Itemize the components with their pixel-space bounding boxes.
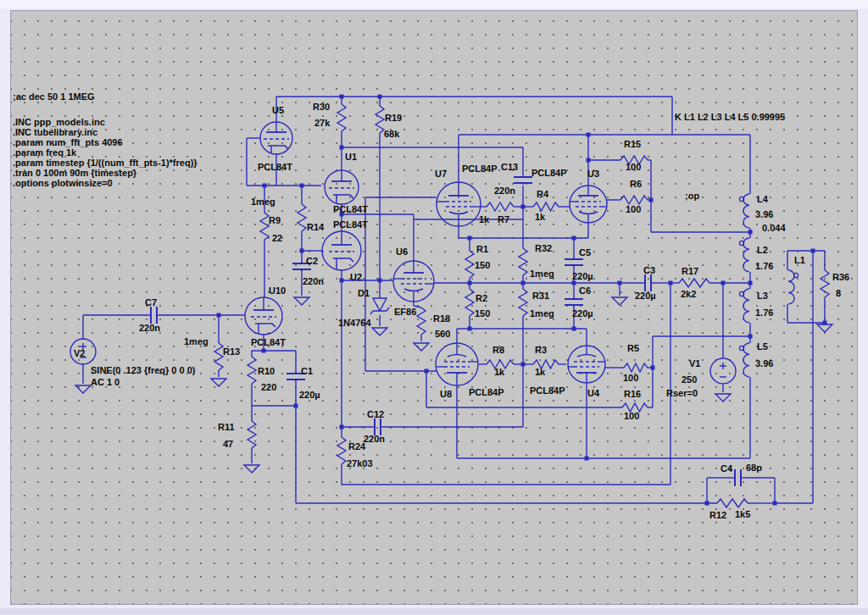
label-lines-4[interactable]: .param timestep {1/((num_fft_pts-1)*freq… bbox=[13, 158, 198, 168]
ground-icon[interactable] bbox=[75, 385, 91, 393]
label-R5-ref[interactable]: R5 bbox=[627, 343, 639, 353]
label-U1-ref[interactable]: U1 bbox=[345, 152, 357, 162]
resistor-R36[interactable] bbox=[821, 270, 829, 297]
label-L1-value[interactable]: 0.044 bbox=[762, 223, 786, 233]
tube-U7[interactable] bbox=[437, 182, 481, 226]
label-C1-value[interactable]: 220µ bbox=[299, 390, 320, 400]
resistor-R17[interactable] bbox=[679, 279, 709, 287]
label-lines-1[interactable]: .INC tubelibrary.inc bbox=[13, 127, 97, 137]
label-R7-value[interactable]: 1k bbox=[479, 214, 490, 224]
label-C7-ref[interactable]: C7 bbox=[145, 297, 157, 308]
label-R13-value[interactable]: 1meg bbox=[184, 336, 209, 346]
inductor-L5[interactable] bbox=[739, 343, 749, 377]
label-C6-value[interactable]: 220µ bbox=[572, 308, 593, 319]
label-R32-ref[interactable]: R32 bbox=[535, 243, 552, 253]
label-R16-value[interactable]: 100 bbox=[624, 411, 639, 421]
tube-U6[interactable] bbox=[393, 261, 434, 302]
label-lines-3[interactable]: .param freq 1k bbox=[13, 147, 77, 158]
label-C1-ref[interactable]: C1 bbox=[301, 366, 313, 376]
label-R31-value[interactable]: 1meg bbox=[530, 308, 554, 319]
label-L2-value[interactable]: 1.76 bbox=[755, 261, 773, 271]
resistor-R13[interactable] bbox=[214, 343, 223, 370]
label-R18-ref[interactable]: R18 bbox=[433, 313, 450, 324]
label-R5-value[interactable]: 100 bbox=[623, 373, 638, 383]
resistor-R9[interactable] bbox=[260, 213, 269, 240]
label-C7-value[interactable]: 220n bbox=[139, 323, 160, 333]
label-C12-ref[interactable]: C12 bbox=[367, 409, 384, 419]
label-R11-value[interactable]: 47 bbox=[223, 439, 233, 449]
inductor-L1[interactable] bbox=[788, 270, 798, 304]
capacitor-C6[interactable] bbox=[565, 297, 583, 307]
label-C2-value[interactable]: 220n bbox=[303, 276, 324, 286]
label-C6-ref[interactable]: C6 bbox=[579, 285, 591, 296]
label-U7-type[interactable]: PCL84P bbox=[462, 163, 498, 174]
ground-icon[interactable] bbox=[372, 328, 387, 335]
label-R19-value[interactable]: 68k bbox=[384, 129, 400, 139]
inductor-L2[interactable] bbox=[739, 238, 749, 272]
voltage-source-V1[interactable] bbox=[710, 358, 736, 384]
tube-U5[interactable] bbox=[260, 122, 292, 154]
label-L4-ref[interactable]: L4 bbox=[757, 194, 769, 204]
label-R14-ref[interactable]: R14 bbox=[307, 222, 325, 232]
schematic-canvas[interactable]: ;ac dec 50 1 1MEG.INC ppp_models.inc.INC… bbox=[10, 10, 858, 605]
label-directives-coupling[interactable]: K L1 L2 L3 L4 L5 0.99995 bbox=[675, 112, 785, 122]
ground-icon[interactable] bbox=[817, 324, 832, 332]
label-R9-ref[interactable]: R9 bbox=[269, 215, 281, 225]
label-R32-value[interactable]: 1meg bbox=[530, 269, 554, 279]
label-R10-ref[interactable]: R10 bbox=[258, 366, 275, 376]
tube-U4[interactable] bbox=[568, 346, 605, 383]
label-R12-ref[interactable]: R12 bbox=[709, 510, 726, 520]
tube-U10[interactable] bbox=[245, 297, 282, 335]
ground-icon[interactable] bbox=[612, 297, 627, 305]
label-U5-ref[interactable]: U5 bbox=[272, 105, 284, 115]
label-U1-type[interactable]: PCL84T bbox=[333, 204, 368, 214]
resistor-R4[interactable] bbox=[533, 202, 559, 211]
label-L4-value[interactable]: 3.96 bbox=[755, 209, 773, 219]
label-U6-type[interactable]: EF86 bbox=[394, 307, 416, 317]
resistor-R1[interactable] bbox=[465, 251, 474, 278]
label-V1-ref[interactable]: V1 bbox=[689, 358, 700, 368]
label-U5-type[interactable]: PCL84T bbox=[258, 162, 292, 172]
label-C3-ref[interactable]: C3 bbox=[643, 265, 655, 275]
label-U2-type[interactable]: PCL84T bbox=[333, 219, 368, 230]
label-R4-ref[interactable]: R4 bbox=[537, 189, 549, 199]
label-U10-ref[interactable]: U10 bbox=[269, 285, 286, 296]
label-V2-ref[interactable]: V2 bbox=[74, 348, 85, 358]
label-U10-type[interactable]: PCL84T bbox=[251, 337, 286, 347]
label-lines-6[interactable]: .options plotwinsize=0 bbox=[13, 178, 113, 188]
resistor-R24[interactable] bbox=[337, 437, 346, 464]
resistor-R6[interactable] bbox=[620, 196, 648, 204]
capacitor-C3[interactable] bbox=[642, 274, 654, 291]
ground-icon[interactable] bbox=[211, 379, 226, 386]
tube-U1[interactable] bbox=[325, 170, 359, 204]
label-L1-ref[interactable]: L1 bbox=[794, 255, 805, 265]
label-R17-ref[interactable]: R17 bbox=[682, 266, 698, 276]
label-lines-2[interactable]: .param num_fft_pts 4096 bbox=[13, 137, 123, 147]
resistor-R5[interactable] bbox=[624, 363, 648, 372]
label-L2-ref[interactable]: L2 bbox=[757, 245, 768, 255]
resistor-R19[interactable] bbox=[376, 106, 384, 133]
label-R8-ref[interactable]: R8 bbox=[492, 345, 504, 355]
resistor-R12[interactable] bbox=[717, 499, 748, 507]
label-C12-value[interactable]: 220n bbox=[364, 434, 385, 444]
label-C5-value[interactable]: 220µ bbox=[572, 271, 593, 281]
label-U7-ref[interactable]: U7 bbox=[435, 169, 447, 179]
label-R16-ref[interactable]: R16 bbox=[624, 389, 641, 399]
label-U4-type[interactable]: PCL84P bbox=[530, 385, 565, 396]
label-R1-ref[interactable]: R1 bbox=[476, 244, 488, 254]
inductor-L4[interactable] bbox=[739, 194, 749, 228]
ground-icon[interactable] bbox=[414, 343, 429, 351]
label-C4-ref[interactable]: C4 bbox=[721, 463, 733, 474]
label-R11-ref[interactable]: R11 bbox=[218, 422, 235, 432]
label-R30-ref[interactable]: R30 bbox=[313, 102, 330, 112]
label-C13-ref[interactable]: C13 bbox=[501, 162, 518, 172]
label-lines-0[interactable]: .INC ppp_models.inc bbox=[13, 117, 105, 127]
zener-diode-D1[interactable] bbox=[370, 297, 389, 314]
label-R7-ref[interactable]: R7 bbox=[498, 214, 509, 224]
label-C5-ref[interactable]: C5 bbox=[579, 247, 591, 258]
label-U8-ref[interactable]: U8 bbox=[440, 389, 452, 399]
label-C4-value[interactable]: 68p bbox=[746, 463, 762, 473]
label-L5-value[interactable]: 3.96 bbox=[755, 358, 773, 368]
label-directives-op[interactable]: ;op bbox=[685, 191, 699, 201]
resistor-R2[interactable] bbox=[465, 289, 474, 316]
